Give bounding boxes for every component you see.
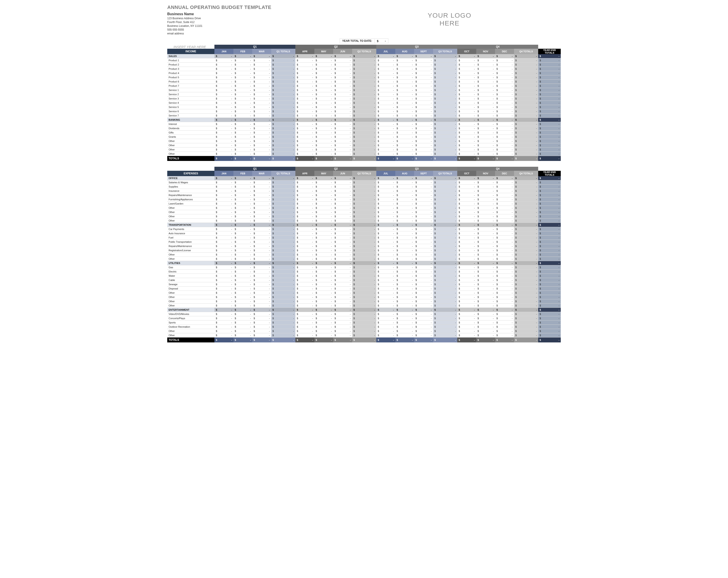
money-cell[interactable]: $-	[538, 265, 561, 269]
money-cell[interactable]: $-	[233, 71, 252, 75]
money-cell[interactable]: $-	[495, 180, 514, 185]
money-cell[interactable]: $-	[476, 67, 495, 71]
money-cell[interactable]: $-	[333, 143, 352, 148]
money-cell[interactable]: $-	[214, 152, 233, 156]
money-cell[interactable]: $-	[233, 58, 252, 62]
money-cell[interactable]: $-	[538, 240, 561, 244]
money-cell[interactable]: $-	[233, 304, 252, 308]
row-label[interactable]: Registration/License	[167, 248, 214, 253]
money-cell[interactable]: $-	[233, 291, 252, 295]
money-cell[interactable]: $-	[414, 269, 433, 274]
money-cell[interactable]: $-	[352, 329, 376, 333]
money-cell[interactable]: $-	[214, 261, 233, 265]
money-cell[interactable]: $-	[352, 131, 376, 135]
money-cell[interactable]: $-	[395, 333, 414, 338]
money-cell[interactable]: $-	[495, 206, 514, 210]
money-cell[interactable]: $-	[514, 287, 538, 291]
money-cell[interactable]: $-	[233, 143, 252, 148]
money-cell[interactable]: $-	[495, 143, 514, 148]
money-cell[interactable]: $-	[233, 244, 252, 248]
money-cell[interactable]: $-	[271, 139, 295, 143]
money-cell[interactable]: $-	[457, 320, 476, 325]
money-cell[interactable]: $-	[538, 248, 561, 253]
money-cell[interactable]: $-	[214, 282, 233, 287]
money-cell[interactable]: $-	[214, 202, 233, 206]
money-cell[interactable]: $-	[514, 139, 538, 143]
money-cell[interactable]: $-	[233, 54, 252, 58]
money-cell[interactable]: $-	[395, 92, 414, 97]
money-cell[interactable]: $-	[333, 105, 352, 109]
money-cell[interactable]: $-	[514, 143, 538, 148]
money-cell[interactable]: $-	[271, 329, 295, 333]
money-cell[interactable]: $-	[495, 113, 514, 118]
money-cell[interactable]: $-	[252, 223, 271, 227]
money-cell[interactable]: $-	[314, 92, 333, 97]
money-cell[interactable]: $-	[538, 261, 561, 265]
money-cell[interactable]: $-	[433, 227, 458, 231]
money-cell[interactable]: $-	[457, 304, 476, 308]
money-cell[interactable]: $-	[252, 92, 271, 97]
money-cell[interactable]: $-	[352, 282, 376, 287]
money-cell[interactable]: $-	[414, 253, 433, 257]
money-cell[interactable]: $-	[214, 143, 233, 148]
money-cell[interactable]: $-	[214, 240, 233, 244]
money-cell[interactable]: $-	[252, 244, 271, 248]
money-cell[interactable]: $-	[333, 148, 352, 152]
money-cell[interactable]: $-	[233, 240, 252, 244]
money-cell[interactable]: $-	[233, 101, 252, 105]
money-cell[interactable]: $-	[457, 257, 476, 261]
money-cell[interactable]: $-	[233, 105, 252, 109]
money-cell[interactable]: $-	[295, 287, 314, 291]
money-cell[interactable]: $-	[538, 122, 561, 126]
money-cell[interactable]: $-	[538, 253, 561, 257]
money-cell[interactable]: $-	[252, 291, 271, 295]
row-label[interactable]: Other	[167, 304, 214, 308]
money-cell[interactable]: $-	[514, 80, 538, 84]
money-cell[interactable]: $-	[395, 131, 414, 135]
money-cell[interactable]: $-	[352, 105, 376, 109]
money-cell[interactable]: $-	[376, 122, 395, 126]
money-cell[interactable]: $-	[495, 126, 514, 131]
money-cell[interactable]: $-	[514, 67, 538, 71]
money-cell[interactable]: $-	[414, 148, 433, 152]
money-cell[interactable]: $-	[314, 312, 333, 316]
money-cell[interactable]: $-	[295, 320, 314, 325]
money-cell[interactable]: $-	[414, 101, 433, 105]
money-cell[interactable]: $-	[476, 54, 495, 58]
money-cell[interactable]: $-	[295, 202, 314, 206]
money-cell[interactable]: $-	[314, 189, 333, 193]
money-cell[interactable]: $-	[476, 231, 495, 236]
money-cell[interactable]: $-	[538, 75, 561, 80]
money-cell[interactable]: $-	[395, 62, 414, 67]
money-cell[interactable]: $-	[457, 278, 476, 282]
money-cell[interactable]: $-	[214, 316, 233, 320]
money-cell[interactable]: $-	[376, 118, 395, 122]
row-label[interactable]: Gas	[167, 265, 214, 269]
money-cell[interactable]: $-	[414, 71, 433, 75]
money-cell[interactable]: $-	[233, 236, 252, 240]
money-cell[interactable]: $-	[295, 113, 314, 118]
row-label[interactable]: Product 5	[167, 75, 214, 80]
money-cell[interactable]: $-	[414, 329, 433, 333]
money-cell[interactable]: $-	[252, 185, 271, 189]
money-cell[interactable]: $-	[271, 180, 295, 185]
money-cell[interactable]: $-	[395, 257, 414, 261]
money-cell[interactable]: $-	[352, 101, 376, 105]
money-cell[interactable]: $-	[495, 202, 514, 206]
money-cell[interactable]: $-	[433, 333, 458, 338]
money-cell[interactable]: $-	[252, 62, 271, 67]
money-cell[interactable]: $-	[514, 54, 538, 58]
money-cell[interactable]: $-	[514, 189, 538, 193]
money-cell[interactable]: $-	[376, 231, 395, 236]
money-cell[interactable]: $-	[376, 274, 395, 278]
money-cell[interactable]: $-	[295, 308, 314, 312]
money-cell[interactable]: $-	[457, 248, 476, 253]
money-cell[interactable]: $-	[457, 198, 476, 202]
money-cell[interactable]: $-	[333, 308, 352, 312]
money-cell[interactable]: $-	[395, 244, 414, 248]
money-cell[interactable]: $-	[414, 54, 433, 58]
money-cell[interactable]: $-	[214, 236, 233, 240]
money-cell[interactable]: $-	[514, 198, 538, 202]
money-cell[interactable]: $-	[333, 218, 352, 223]
money-cell[interactable]: $-	[233, 206, 252, 210]
